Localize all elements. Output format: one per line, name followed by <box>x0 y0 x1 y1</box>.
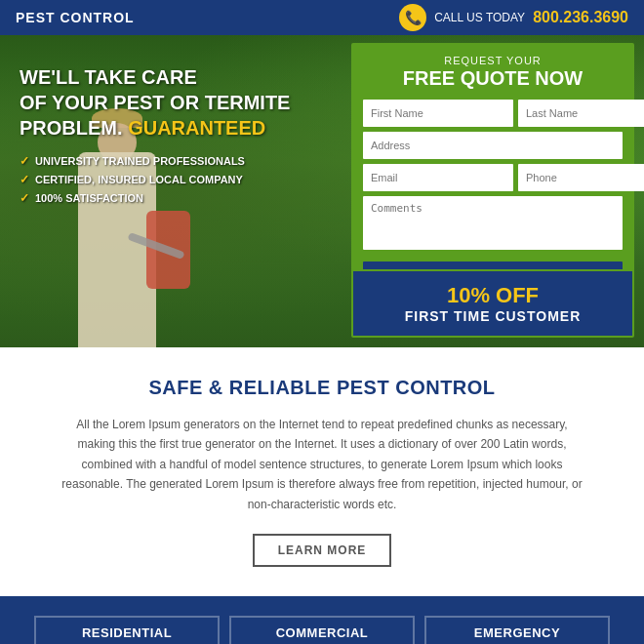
hero-text: WE'LL TAKE CARE OF YOUR PEST OR TERMITE … <box>20 64 302 210</box>
service-card-residential: RESIDENTIAL <box>34 616 220 644</box>
last-name-input[interactable] <box>518 100 644 127</box>
promo-description: FIRST TIME CUSTOMER <box>365 308 621 324</box>
service-card-commercial: COMMERCIAL <box>229 616 415 644</box>
checklist-item-3: ✓ 100% SATISFACTION <box>20 191 302 205</box>
content-section: SAFE & RELIABLE PEST CONTROL All the Lor… <box>0 347 644 596</box>
checklist-item-1: ✓ UNIVERSITY TRAINED PROFESSIONALS <box>20 154 302 168</box>
phone-bar: 📞 CALL US TODAY 800.236.3690 <box>399 4 628 31</box>
address-row <box>363 132 623 159</box>
phone-input[interactable] <box>518 164 644 191</box>
checklist-label-1: UNIVERSITY TRAINED PROFESSIONALS <box>35 155 245 167</box>
check-icon-1: ✓ <box>20 154 29 168</box>
hero-section: WE'LL TAKE CARE OF YOUR PEST OR TERMITE … <box>0 35 644 347</box>
checklist-item-2: ✓ CERTIFIED, INSURED LOCAL COMPANY <box>20 173 302 186</box>
request-label: REQUEST YOUR <box>363 55 623 66</box>
learn-more-button[interactable]: LEARN MORE <box>253 534 392 567</box>
residential-label: RESIDENTIAL <box>36 618 218 644</box>
comments-input[interactable] <box>363 196 623 250</box>
content-body: All the Lorem Ipsum generators on the In… <box>59 415 585 514</box>
form-title: FREE QUOTE NOW <box>363 66 623 90</box>
phone-icon: 📞 <box>399 4 426 31</box>
address-input[interactable] <box>363 132 623 159</box>
header: PEST CONTROL 📞 CALL US TODAY 800.236.369… <box>0 0 644 35</box>
first-name-input[interactable] <box>363 100 513 127</box>
emergency-label: EMERGENCY <box>426 618 608 644</box>
promo-banner: 10% OFF FIRST TIME CUSTOMER <box>351 269 634 338</box>
checklist-label-3: 100% SATISFACTION <box>35 192 143 204</box>
name-row <box>363 100 623 127</box>
call-label: CALL US TODAY <box>434 11 525 24</box>
check-icon-3: ✓ <box>20 191 29 205</box>
checklist-label-2: CERTIFIED, INSURED LOCAL COMPANY <box>35 174 243 185</box>
main-headline: WE'LL TAKE CARE OF YOUR PEST OR TERMITE … <box>20 64 302 141</box>
hero-checklist: ✓ UNIVERSITY TRAINED PROFESSIONALS ✓ CER… <box>20 154 302 205</box>
promo-off-text: 10% OFF <box>365 283 621 308</box>
guaranteed-text: GUARANTEED <box>128 117 265 139</box>
service-card-emergency: EMERGENCY <box>424 616 610 644</box>
contact-row <box>363 164 623 191</box>
email-input[interactable] <box>363 164 513 191</box>
content-heading: SAFE & RELIABLE PEST CONTROL <box>59 377 585 399</box>
logo: PEST CONTROL <box>16 10 135 25</box>
phone-number: 800.236.3690 <box>533 9 628 26</box>
quote-form-panel: REQUEST YOUR FREE QUOTE NOW FREE QUOTE <box>351 43 634 307</box>
check-icon-2: ✓ <box>20 173 29 186</box>
commercial-label: COMMERCIAL <box>231 618 413 644</box>
services-section: RESIDENTIAL COMMERCIAL EMERGENCY <box>0 596 644 644</box>
